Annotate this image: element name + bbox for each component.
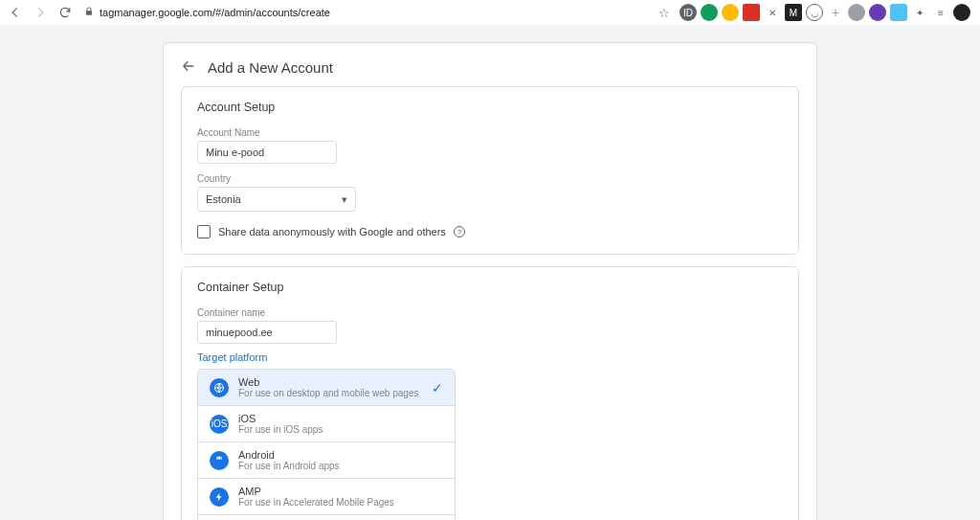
ext-icon[interactable]: ID bbox=[679, 4, 697, 21]
target-platform-label: Target platform bbox=[197, 351, 783, 363]
container-setup-heading: Container Setup bbox=[197, 281, 783, 294]
container-setup-card: Container Setup Container name Target pl… bbox=[181, 266, 799, 520]
container-name-input[interactable] bbox=[197, 321, 337, 344]
account-setup-heading: Account Setup bbox=[197, 101, 783, 114]
platform-list: Web For use on desktop and mobile web pa… bbox=[197, 369, 456, 520]
android-icon bbox=[210, 451, 229, 470]
chevron-down-icon: ▾ bbox=[342, 193, 347, 206]
ext-icon[interactable] bbox=[890, 4, 907, 21]
svg-point-2 bbox=[220, 457, 221, 458]
address-bar[interactable]: tagmanager.google.com/#/admin/accounts/c… bbox=[80, 7, 653, 18]
page-body: Add a New Account Account Setup Account … bbox=[0, 25, 980, 520]
svg-point-1 bbox=[217, 457, 218, 458]
platform-desc: For use in Accelerated Mobile Pages bbox=[238, 497, 394, 508]
platform-option-amp[interactable]: AMP For use in Accelerated Mobile Pages bbox=[198, 478, 455, 514]
account-setup-card: Account Setup Account Name Country Eston… bbox=[181, 86, 799, 255]
nav-forward-icon[interactable] bbox=[31, 3, 50, 22]
container-name-label: Container name bbox=[197, 307, 783, 318]
ext-icon[interactable] bbox=[701, 4, 718, 21]
ext-icon[interactable]: ✕ bbox=[764, 4, 781, 21]
account-name-input[interactable] bbox=[197, 141, 337, 164]
url-text: tagmanager.google.com/#/admin/accounts/c… bbox=[100, 7, 330, 18]
share-data-checkbox[interactable] bbox=[197, 225, 211, 238]
nav-back-icon[interactable] bbox=[6, 3, 25, 22]
platform-title: Android bbox=[238, 449, 340, 461]
share-data-label: Share data anonymously with Google and o… bbox=[218, 226, 446, 237]
help-icon[interactable]: ? bbox=[454, 226, 465, 237]
platform-desc: For use in Android apps bbox=[238, 461, 340, 471]
platform-title: AMP bbox=[238, 486, 394, 497]
ext-icon[interactable]: + bbox=[827, 4, 844, 21]
platform-title: Web bbox=[238, 376, 418, 388]
check-icon: ✓ bbox=[432, 380, 443, 396]
extensions-menu-icon[interactable]: ✦ bbox=[911, 4, 928, 21]
platform-desc: For use in iOS apps bbox=[238, 424, 323, 435]
ext-icon[interactable] bbox=[722, 4, 739, 21]
country-select[interactable]: Estonia ▾ bbox=[197, 187, 356, 212]
platform-option-ios[interactable]: iOS iOS For use in iOS apps bbox=[198, 405, 455, 441]
page-title: Add a New Account bbox=[208, 59, 333, 76]
bookmark-star-icon[interactable]: ☆ bbox=[658, 6, 670, 20]
back-arrow-icon[interactable] bbox=[181, 58, 196, 77]
platform-option-web[interactable]: Web For use on desktop and mobile web pa… bbox=[198, 370, 455, 405]
amp-icon bbox=[210, 487, 229, 507]
platform-title: iOS bbox=[238, 413, 323, 424]
ext-icon[interactable]: ◡ bbox=[806, 4, 823, 21]
profile-avatar[interactable] bbox=[953, 4, 970, 21]
platform-option-android[interactable]: Android For use in Android apps bbox=[198, 441, 455, 478]
platform-desc: For use on desktop and mobile web pages bbox=[238, 388, 418, 398]
ios-icon: iOS bbox=[210, 415, 229, 434]
reading-list-icon[interactable]: ≡ bbox=[932, 4, 949, 21]
main-panel: Add a New Account Account Setup Account … bbox=[163, 42, 817, 520]
country-label: Country bbox=[197, 173, 783, 184]
browser-toolbar: tagmanager.google.com/#/admin/accounts/c… bbox=[0, 0, 980, 25]
extension-icons: ID ✕ M ◡ + ✦ ≡ bbox=[679, 4, 974, 21]
platform-option-server[interactable]: Server For server-side instrumentation a… bbox=[198, 514, 455, 520]
web-icon bbox=[210, 378, 229, 397]
ext-icon[interactable]: M bbox=[785, 4, 802, 21]
ext-icon[interactable] bbox=[743, 4, 760, 21]
ext-icon[interactable] bbox=[869, 4, 886, 21]
nav-reload-icon[interactable] bbox=[56, 3, 75, 22]
ext-icon[interactable] bbox=[848, 4, 865, 21]
account-name-label: Account Name bbox=[197, 127, 783, 138]
lock-icon bbox=[84, 7, 94, 18]
country-value: Estonia bbox=[206, 193, 241, 205]
